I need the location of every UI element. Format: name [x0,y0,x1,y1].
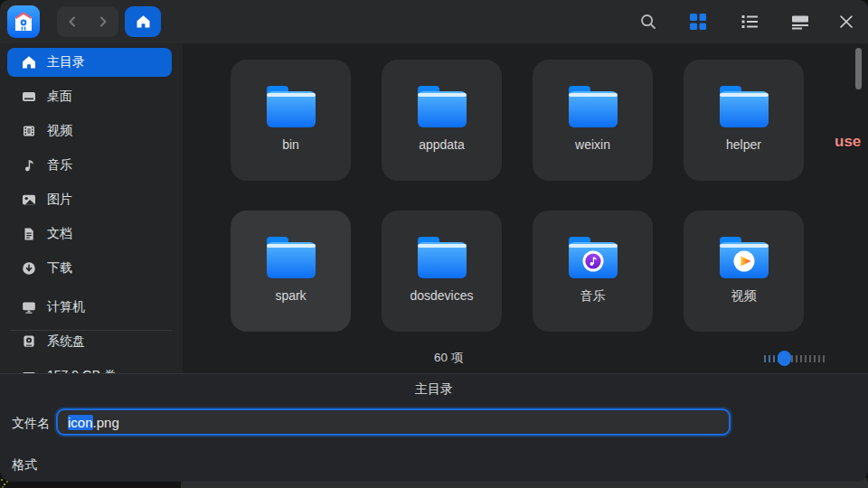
folder-icon [716,83,772,130]
document-icon [22,227,36,241]
folder-tile[interactable]: weixin [533,60,653,181]
sidebar-item-label: 桌面 [47,89,72,105]
folder-icon [414,83,470,130]
forward-button[interactable] [98,16,108,27]
folder-name: spark [275,288,306,303]
nav-button-group [57,6,118,37]
save-dialog-window: 主目录 桌面 视频 音乐 图片 文档 [0,0,868,482]
folder-name: appdata [419,137,465,152]
sidebar-item-videos[interactable]: 视频 [7,117,172,145]
screen: 主目录 桌面 视频 音乐 图片 文档 [0,0,868,488]
computer-icon [22,300,36,314]
clipped-file-label: use [835,133,861,151]
close-icon[interactable] [835,11,857,33]
sidebar-item-label: 主目录 [47,54,85,70]
sidebar: 主目录 桌面 视频 音乐 图片 文档 [0,43,183,373]
desktop-icon [22,89,36,104]
sidebar-item-home[interactable]: 主目录 [7,48,172,77]
filename-selected-text: icon [68,415,93,430]
desktop-speck [1,479,3,481]
sidebar-item-computer[interactable]: 计算机 [7,293,172,322]
search-icon[interactable] [637,11,659,33]
sidebar-item-label: 音乐 [47,157,72,174]
download-icon [22,261,36,276]
format-label: 格式 [12,457,37,474]
sidebar-item-label: 图片 [47,192,72,208]
sidebar-item-label: 计算机 [47,299,85,315]
grid-view-icon[interactable] [687,11,709,33]
folder-name: 音乐 [580,288,606,305]
folder-tile[interactable]: appdata [382,60,502,181]
home-icon [22,55,36,70]
folder-name: dosdevices [410,288,473,303]
folder-icon [263,83,319,130]
item-count: 60 项 [434,350,463,366]
folder-tile[interactable]: 视频 [684,211,804,332]
music-note-icon [22,158,36,173]
disk-icon [22,334,36,349]
filename-input[interactable]: icon.png [56,408,731,436]
home-icon [136,14,151,29]
home-button[interactable] [125,6,161,37]
folder-tile[interactable]: spark [231,211,351,332]
sidebar-item-downloads[interactable]: 下载 [7,254,172,283]
list-view-icon[interactable] [739,11,760,33]
app-logo-icon [7,5,40,38]
sidebar-item-system-disk[interactable]: 系统盘 [7,327,172,356]
filename-extension-text: .png [93,415,119,430]
picture-icon [22,192,36,207]
folder-tile[interactable]: helper [684,60,804,181]
scrollbar-thumb[interactable] [855,48,862,89]
folder-icon [414,234,470,281]
sidebar-item-label: 系统盘 [47,333,85,350]
back-button[interactable] [67,16,78,27]
sidebar-item-music[interactable]: 音乐 [7,151,172,180]
folder-tile[interactable]: 音乐 [533,211,653,332]
filename-label: 文件名 [12,416,50,432]
detail-view-icon[interactable] [789,11,811,33]
sidebar-item-label: 文档 [47,226,72,242]
icon-size-slider-handle[interactable] [778,351,791,366]
current-location: 主目录 [0,381,868,398]
folder-icon [565,83,621,130]
folder-tile[interactable]: bin [231,60,351,181]
folder-name: 视频 [731,288,757,305]
sidebar-item-desktop[interactable]: 桌面 [7,82,172,111]
sidebar-item-label: 下载 [47,260,72,277]
video-folder-icon [716,234,772,281]
folder-name: bin [282,137,299,152]
folder-name: weixin [575,137,610,152]
sidebar-item-documents[interactable]: 文档 [7,220,172,249]
folder-name: helper [726,137,761,152]
music-folder-icon [565,234,621,281]
titlebar [0,0,868,43]
sidebar-item-pictures[interactable]: 图片 [7,185,172,214]
sidebar-item-label: 视频 [47,123,72,139]
folder-tile[interactable]: dosdevices [382,211,502,332]
save-panel: 主目录 文件名 icon.png 取 消 格式 PNG 图片(*.png) 保 … [0,373,868,482]
film-icon [22,124,36,138]
folder-icon [263,234,319,281]
